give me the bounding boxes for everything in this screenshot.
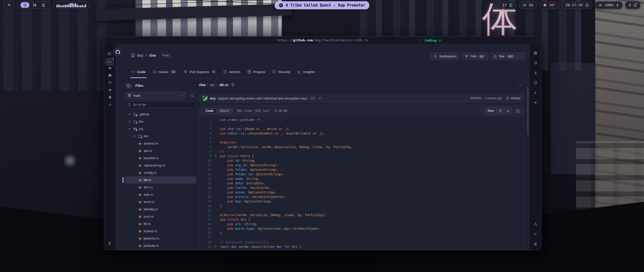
code-line[interactable]: 22#[derive(serde::Serialize, Debug, Clon… bbox=[199, 213, 524, 217]
tree-item-dirs.rs[interactable]: dirs.rs bbox=[125, 184, 196, 191]
code-line[interactable]: 27 bbox=[199, 235, 524, 240]
trash-icon[interactable] bbox=[108, 242, 111, 246]
code-line[interactable]: 1use crate::prelude::*; bbox=[199, 118, 524, 122]
code-line[interactable]: 7 serde::Serialize, serde::Deserialize, … bbox=[199, 145, 524, 149]
symbols-panel-button[interactable] bbox=[514, 108, 521, 114]
commit-author[interactable]: doy bbox=[210, 96, 216, 100]
tree-item-lib.rs[interactable]: lib.rs bbox=[125, 220, 196, 227]
kebab-icon[interactable] bbox=[196, 39, 199, 42]
download-raw-button[interactable] bbox=[504, 108, 511, 114]
code-line[interactable]: 21 bbox=[199, 208, 524, 213]
tree-item-actions.rs[interactable]: actions.rs bbox=[125, 140, 196, 147]
copy-raw-button[interactable] bbox=[496, 108, 504, 114]
code-line[interactable]: 25 pub match_type: Option<crate::api::Ur… bbox=[199, 226, 524, 231]
collapse-chevron-icon[interactable] bbox=[211, 154, 220, 158]
volume-widget[interactable]: 100% bbox=[595, 1, 623, 9]
notifications-widget[interactable]: 3 bbox=[625, 1, 640, 9]
latest-commit-bar[interactable]: doy support decrypting entries with indi… bbox=[199, 94, 524, 103]
code-tab[interactable]: Code bbox=[202, 108, 217, 113]
gamepad-icon[interactable] bbox=[108, 66, 112, 70]
code-line[interactable]: 12 pub folder: Option<String>, bbox=[199, 167, 524, 172]
commit-sha-time[interactable]: 3d0fd90 · 2 weeks ago bbox=[470, 96, 502, 100]
code-line[interactable]: 3use std::io::{Read as _, Write as _}; bbox=[199, 127, 524, 131]
tree-item-prelude.rs[interactable]: prelude.rs bbox=[125, 242, 196, 249]
commit-ellipsis-button[interactable] bbox=[310, 96, 316, 100]
dock-item-compass-icon[interactable] bbox=[21, 2, 29, 8]
ci-failed-icon[interactable] bbox=[318, 97, 321, 100]
briefcase-icon[interactable] bbox=[108, 73, 112, 77]
audio-visualizer[interactable] bbox=[53, 1, 90, 9]
key-icon[interactable] bbox=[534, 232, 537, 236]
raw-button[interactable]: Raw bbox=[485, 108, 496, 114]
graduation-icon[interactable] bbox=[108, 88, 112, 92]
code-line[interactable]: 17 pub notes: Option<String>, bbox=[199, 190, 524, 195]
now-playing-widget[interactable]: A Tribe Called Quest - Rap Promoter bbox=[275, 1, 369, 9]
tree-item-error.rs[interactable]: error.rs bbox=[125, 198, 196, 206]
tab-issues[interactable]: Issues33 bbox=[149, 66, 180, 78]
history-button[interactable]: History bbox=[506, 96, 520, 100]
tree-item-bin[interactable]: bin bbox=[125, 132, 196, 140]
code-line[interactable]: 19 pub key: Option<String>, bbox=[199, 199, 524, 204]
history-icon[interactable] bbox=[534, 61, 537, 65]
url-bar[interactable]: https://github.com/doy/rbw/blob/main/src… bbox=[277, 38, 368, 42]
code-line[interactable]: 26} bbox=[199, 231, 524, 235]
plus-icon[interactable] bbox=[534, 101, 537, 104]
code-line[interactable]: 16 pub fields: Vec<Field>, bbox=[199, 186, 524, 190]
tree-item-.github[interactable]: .github bbox=[125, 111, 196, 118]
collapse-sidebar-button[interactable] bbox=[125, 82, 132, 89]
tab-actions[interactable]: Actions bbox=[220, 66, 244, 78]
code-line[interactable]: 24 pub uri: String, bbox=[199, 222, 524, 226]
search-this-repo-button[interactable] bbox=[188, 92, 196, 99]
go-to-file-input[interactable]: Go to file bbox=[125, 101, 196, 108]
keyboard-layout-widget[interactable]: US bbox=[519, 1, 537, 9]
tree-item-cipherstring.rs[interactable]: cipherstring.rs bbox=[125, 162, 196, 169]
tab-pull-requests[interactable]: Pull requests5 bbox=[180, 66, 220, 78]
avatar[interactable] bbox=[203, 96, 208, 101]
menu-list-icon[interactable] bbox=[107, 52, 111, 56]
code-line[interactable]: 28// backwards compatibility bbox=[199, 240, 524, 245]
branch-selector[interactable]: main bbox=[125, 92, 186, 99]
notifications-button[interactable]: Notifications bbox=[431, 53, 459, 60]
star-icon[interactable] bbox=[534, 51, 537, 55]
fingerprint-icon[interactable] bbox=[108, 103, 112, 107]
commit-message[interactable]: support decrypting entries with individu… bbox=[218, 96, 307, 100]
dock-item-document-icon[interactable] bbox=[40, 2, 47, 8]
copy-path-button[interactable] bbox=[231, 83, 235, 87]
code-line[interactable]: 29impl<'de> serde::Deserialize<'de> for … bbox=[199, 245, 524, 249]
breadcrumb-rbw[interactable]: rbw bbox=[199, 83, 206, 87]
cart-icon[interactable] bbox=[108, 81, 112, 85]
tree-item-config.rs[interactable]: config.rs bbox=[125, 169, 196, 176]
tree-item-api.rs[interactable]: api.rs bbox=[125, 147, 196, 154]
launcher-button[interactable] bbox=[4, 1, 15, 9]
clock-widget[interactable]: 20:17:55 bbox=[562, 1, 593, 9]
chevron-right-icon[interactable] bbox=[132, 134, 136, 138]
tree-item-db.rs[interactable]: db.rs bbox=[125, 176, 196, 184]
updates-widget[interactable]: 17 bbox=[499, 1, 516, 9]
repo-name-link[interactable]: rbw bbox=[149, 53, 156, 58]
code-line[interactable]: 10 pub id: String, bbox=[199, 158, 524, 163]
blame-tab[interactable]: Blame bbox=[217, 108, 232, 113]
dock-item-n-letter-icon[interactable] bbox=[31, 2, 38, 8]
tab-insights[interactable]: Insights bbox=[294, 66, 318, 78]
tree-item-locked.rs[interactable]: locked.rs bbox=[125, 227, 196, 235]
breadcrumb-db.rs[interactable]: db.rs bbox=[219, 83, 228, 87]
chevron-right-icon[interactable] bbox=[127, 113, 131, 116]
tree-item-json.rs[interactable]: json.rs bbox=[125, 213, 196, 220]
repo-owner-link[interactable]: doy bbox=[137, 53, 143, 58]
code-line[interactable]: 13 pub folder_id: Option<String>, bbox=[199, 172, 524, 177]
caret-down-icon[interactable] bbox=[517, 55, 523, 58]
code-line[interactable]: 2 bbox=[199, 122, 524, 127]
code-line[interactable]: 15 pub data: EntryData, bbox=[199, 181, 524, 186]
tree-item-pinentry.rs[interactable]: pinentry.rs bbox=[125, 235, 196, 242]
code-line[interactable]: 18 pub history: Vec<HistoryEntry>, bbox=[199, 195, 524, 199]
code-line[interactable]: 9pub struct Entry { bbox=[199, 154, 524, 158]
tab-code[interactable]: Code bbox=[128, 66, 149, 78]
tree-item-src[interactable]: src bbox=[125, 125, 196, 132]
code-line[interactable]: 23pub struct Uri { bbox=[199, 217, 524, 222]
notebook-icon[interactable] bbox=[108, 95, 112, 99]
tree-item-bin[interactable]: bin bbox=[125, 118, 196, 125]
breadcrumb-src[interactable]: src bbox=[210, 83, 215, 87]
active-tab-github[interactable] bbox=[114, 48, 122, 56]
code-line[interactable]: 20} bbox=[199, 204, 524, 208]
share-icon[interactable] bbox=[534, 222, 537, 226]
